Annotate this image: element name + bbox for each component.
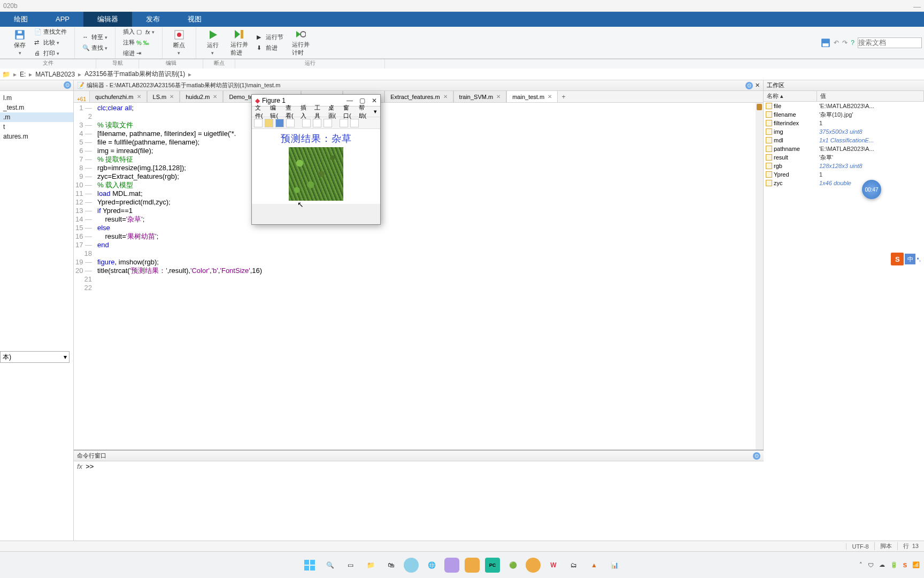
menu-more-icon[interactable]: ▾ <box>372 108 379 115</box>
workspace-row[interactable]: Ypred1 <box>764 170 924 179</box>
close-icon[interactable]: ✕ <box>443 94 448 100</box>
system-tray[interactable]: ˄ 🛡 ☁ 🔋 S 📶 <box>859 561 920 568</box>
new-figure-icon[interactable] <box>254 119 263 127</box>
close-icon[interactable]: ✕ <box>137 94 141 100</box>
file-tab[interactable]: quchufenzhi.m✕ <box>89 91 147 102</box>
list-item[interactable]: l.m <box>0 93 73 103</box>
workspace-row[interactable]: pathname'E:\MATLAB2023\A... <box>764 144 924 153</box>
find-button[interactable]: 🔍查找▾ <box>80 43 110 53</box>
figure-window[interactable]: ◆ Figure 1 — ▢ ✕ 文件( 编辑( 查看( 插入 工具 桌面( 窗… <box>251 94 381 225</box>
app-icon[interactable] <box>404 558 419 573</box>
list-item[interactable]: atures.m <box>0 132 73 141</box>
file-tab[interactable]: Extract_features.m✕ <box>384 91 453 102</box>
save-icon[interactable] <box>275 119 284 127</box>
workspace-row[interactable]: file'E:\MATLAB2023\A... <box>764 102 924 110</box>
code-content[interactable]: clc;clear all; % 读取文件[filename, pathname… <box>95 103 264 450</box>
editor-dropdown-icon[interactable]: ⊙ <box>745 82 753 89</box>
code-editor[interactable]: 1 —23 —4 —5 —6 —7 —8 —9 —10 —11 —12 —13 … <box>74 103 763 450</box>
workspace-row[interactable]: filterindex1 <box>764 119 924 127</box>
redo-icon[interactable]: ↷ <box>842 39 848 47</box>
pointer-icon[interactable] <box>340 119 348 127</box>
code-minimap[interactable] <box>756 103 763 450</box>
app-icon[interactable] <box>465 558 480 573</box>
workspace-row[interactable]: img375x500x3 uint8 <box>764 127 924 136</box>
menu-desktop[interactable]: 桌面( <box>326 104 341 120</box>
file-tab-active[interactable]: main_test.m✕ <box>506 91 558 102</box>
tray-icon[interactable]: ☁ <box>879 561 885 568</box>
start-button[interactable] <box>302 558 317 573</box>
tab-publish[interactable]: 发布 <box>132 12 174 27</box>
store-icon[interactable]: 🛍 <box>383 558 398 573</box>
explorer-icon[interactable]: 📁 <box>363 558 378 573</box>
workspace-row[interactable]: filename'杂草(10).jpg' <box>764 110 924 119</box>
comment-button[interactable]: 注释 % ‰ <box>121 37 157 48</box>
run-section-button[interactable]: ▶运行节 <box>255 32 286 42</box>
command-window-body[interactable]: fx >> <box>74 461 764 551</box>
maximize-button[interactable]: ▢ <box>359 97 365 104</box>
find-files-button[interactable]: 📄查找文件 <box>32 27 69 37</box>
edge-icon[interactable]: 🌐 <box>424 558 439 573</box>
ime-indicator[interactable]: S 中 •, <box>891 253 921 265</box>
crumb-folder1[interactable]: MATLAB2023 <box>35 71 75 78</box>
app-icon[interactable] <box>444 558 459 573</box>
menu-help[interactable]: 帮助( <box>357 104 372 120</box>
workspace-row[interactable]: rgb128x128x3 uint8 <box>764 162 924 170</box>
breakpoint-button[interactable]: 断点▾ <box>168 28 190 57</box>
screen-recorder-timer[interactable]: 00:47 <box>862 180 881 199</box>
matlab-icon[interactable]: ▲ <box>587 558 602 573</box>
compare-button[interactable]: ⇄比较▾ <box>32 37 69 48</box>
window-minimize[interactable]: — <box>913 2 921 11</box>
insert-button[interactable]: 插入 ▢ fx ▾ <box>121 27 157 37</box>
minimize-button[interactable]: — <box>346 97 353 104</box>
col-value[interactable]: 值 <box>817 91 924 101</box>
tray-icon[interactable]: 🔋 <box>890 561 898 568</box>
add-tab-button[interactable]: + <box>558 92 569 102</box>
undo-icon[interactable]: ↶ <box>834 39 839 47</box>
tab-editor[interactable]: 编辑器 <box>83 12 132 27</box>
file-tab[interactable]: train_SVM.m✕ <box>453 91 507 102</box>
workspace-header[interactable]: 工作区 <box>764 80 924 91</box>
tray-sogou-icon[interactable]: S <box>903 562 907 568</box>
open-icon[interactable] <box>265 119 273 127</box>
link-icon[interactable] <box>313 119 321 127</box>
goto-button[interactable]: ↔转至▾ <box>80 32 110 42</box>
close-icon[interactable]: ✕ <box>548 94 552 100</box>
app-icon[interactable] <box>526 558 541 573</box>
colorbar-icon[interactable] <box>324 119 332 127</box>
details-dropdown[interactable]: 本) ▾ <box>0 351 70 363</box>
close-button[interactable]: ✕ <box>372 97 377 104</box>
command-window-header[interactable]: 命令行窗口⊙ <box>74 451 764 461</box>
tab-app[interactable]: APP <box>42 12 83 27</box>
tray-chevron-icon[interactable]: ˄ <box>859 561 863 568</box>
menu-window[interactable]: 窗口( <box>341 104 356 120</box>
indent-button[interactable]: 缩进 ⇥ <box>121 48 157 58</box>
menu-tools[interactable]: 工具 <box>312 104 326 120</box>
search-button[interactable]: 🔍 <box>322 558 337 573</box>
save-button[interactable]: 保存▾ <box>9 28 31 57</box>
close-icon[interactable]: ✕ <box>496 94 500 100</box>
tab-view[interactable]: 视图 <box>174 12 215 27</box>
data-cursor-icon[interactable] <box>302 119 311 127</box>
collapse-icon[interactable]: ⊙ <box>753 452 760 460</box>
col-name[interactable]: 名称 ▴ <box>764 91 817 101</box>
legend-icon[interactable] <box>350 119 359 127</box>
app-icon[interactable]: 🗂 <box>566 558 581 573</box>
address-bar[interactable]: 📁 ▸ E: ▸ MATLAB2023 ▸ A23156基于matlab果树幼苗… <box>0 69 924 80</box>
collapse-icon[interactable]: ⊙ <box>64 81 71 89</box>
wps-icon[interactable]: W <box>546 558 561 573</box>
run-advance-button[interactable]: 运行并 前进 <box>225 28 253 58</box>
print-icon[interactable] <box>286 119 295 127</box>
help-icon[interactable]: ? <box>851 39 854 47</box>
workspace-row[interactable]: mdl1x1 ClassificationE... <box>764 136 924 144</box>
tab-plot[interactable]: 绘图 <box>0 12 42 27</box>
print-button[interactable]: 🖨打印▾ <box>32 48 69 58</box>
file-tab[interactable]: huidu2.m✕ <box>180 91 223 102</box>
menu-view[interactable]: 查看( <box>283 104 298 120</box>
app-icon[interactable]: 📊 <box>607 558 622 573</box>
crumb-drive[interactable]: E: <box>20 71 26 78</box>
run-button[interactable]: 运行▾ <box>202 28 224 57</box>
menu-edit[interactable]: 编辑( <box>268 104 283 120</box>
tray-icon[interactable]: 📶 <box>912 561 920 568</box>
list-item[interactable]: _test.m <box>0 103 73 112</box>
list-item[interactable]: .m <box>0 112 73 122</box>
